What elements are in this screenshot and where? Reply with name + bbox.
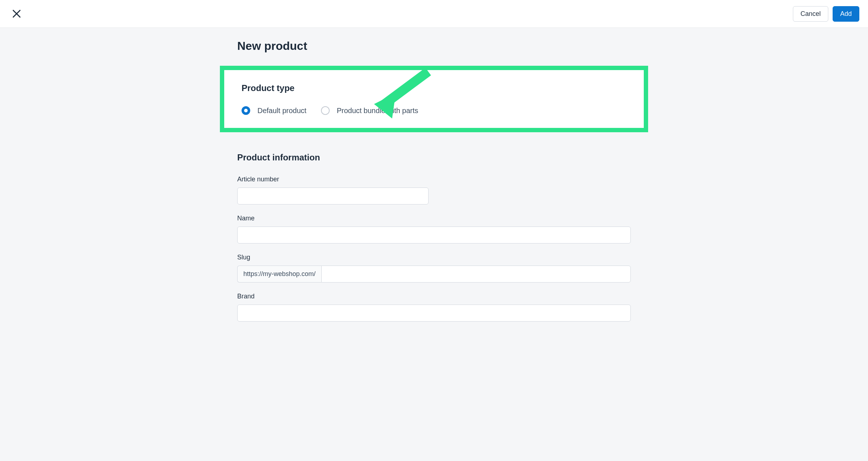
slug-label: Slug: [237, 254, 631, 261]
top-bar: Cancel Add: [0, 0, 868, 28]
content-container: New product Product type Default product: [226, 39, 642, 316]
top-bar-right: Cancel Add: [793, 6, 859, 22]
article-number-input[interactable]: [237, 188, 429, 204]
field-article-number: Article number: [237, 176, 631, 204]
brand-label: Brand: [237, 293, 631, 300]
page-body: New product Product type Default product: [0, 39, 868, 348]
field-name: Name: [237, 215, 631, 244]
brand-input[interactable]: [237, 305, 631, 322]
page-title: New product: [237, 39, 631, 53]
slug-input-group: https://my-webshop.com/: [237, 266, 631, 283]
radio-product-bundle[interactable]: Product bundle with parts: [321, 106, 418, 115]
field-brand: Brand: [237, 293, 631, 316]
close-button[interactable]: [9, 6, 25, 22]
slug-prefix: https://my-webshop.com/: [237, 266, 321, 283]
name-input[interactable]: [237, 227, 631, 244]
radio-unchecked-icon: [321, 106, 330, 115]
product-information-title: Product information: [237, 152, 631, 163]
cancel-button[interactable]: Cancel: [793, 6, 828, 22]
top-bar-left: [9, 6, 25, 22]
field-slug: Slug https://my-webshop.com/: [237, 254, 631, 283]
radio-label: Product bundle with parts: [337, 107, 418, 115]
radio-checked-icon: [242, 106, 250, 115]
product-information-section: Product information Article number Name …: [237, 132, 631, 316]
product-type-radio-group: Default product Product bundle with part…: [242, 106, 626, 115]
name-label: Name: [237, 215, 631, 222]
close-icon: [12, 9, 22, 19]
radio-label: Default product: [257, 107, 307, 115]
slug-input[interactable]: [321, 266, 631, 283]
article-number-label: Article number: [237, 176, 631, 183]
radio-default-product[interactable]: Default product: [242, 106, 307, 115]
add-button[interactable]: Add: [833, 6, 859, 22]
product-type-section-title: Product type: [242, 83, 626, 93]
product-type-card-highlighted: Product type Default product Product bun…: [220, 66, 648, 132]
